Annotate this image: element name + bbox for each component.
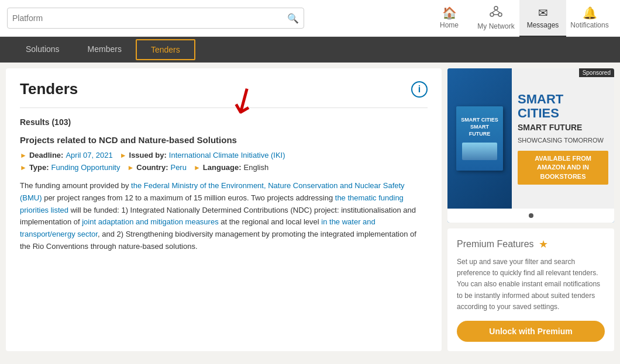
country-label: Country: [136,163,168,172]
page-title-row: Tenders i [20,80,428,108]
desc-text-1: The funding amount provided by [20,181,131,190]
network-icon [490,5,502,21]
nav-home[interactable]: 🏠 Home [426,0,473,37]
nav-network[interactable]: My Network [473,0,519,37]
unlock-premium-button[interactable]: Unlock with Premium [457,321,605,342]
svg-point-1 [490,13,494,16]
premium-description: Set up and save your filter and search p… [457,256,605,313]
ad-content: SMART CITIES SMART FUTURE SMART CITIES S… [447,68,614,209]
search-bar[interactable]: 🔍 [7,8,304,29]
desc-link-3[interactable]: joint adaptation and mitigation measures [82,217,218,226]
notifications-icon: 🔔 [583,6,597,20]
nav-tenders[interactable]: Tenders [136,39,195,60]
language-label: Language: [203,163,242,172]
ad-banner: Sponsored SMART CITIES SMART FUTURE SMAR… [447,68,614,223]
main-layout: ↙ Tenders i Results (103) Projects relat… [0,63,620,357]
svg-point-0 [494,6,498,10]
nav-messages[interactable]: ✉ Messages [519,0,566,37]
info-icon[interactable]: i [411,81,428,98]
deadline-value: April 07, 2021 [66,151,112,160]
ad-dots [447,209,614,223]
type-value[interactable]: Funding Opportunity [51,163,120,172]
country-arrow: ► [127,164,134,172]
book-cover-city-image [462,143,497,160]
book-cover-title: SMART CITIES SMART FUTURE [460,117,500,137]
type-label: Type: [29,163,49,172]
meta-deadline-row: ► Deadline: April 07, 2021 ► Issued by: … [20,151,428,160]
page-title: Tenders [20,80,78,98]
search-input[interactable] [12,13,287,23]
issued-label: Issued by: [129,151,167,160]
search-icon[interactable]: 🔍 [287,13,299,24]
project-description: The funding amount provided by the Feder… [20,180,428,253]
nav-notifications-label: Notifications [570,21,608,29]
language-arrow: ► [194,164,201,172]
nav-items: 🏠 Home My Network ✉ Messages 🔔 Not [426,0,613,37]
svg-line-4 [496,10,500,13]
nav-home-label: Home [440,21,459,29]
language-value: English [244,163,269,172]
ad-main-title: SMART CITIES [518,92,608,120]
ad-text-area: SMART CITIES SMART FUTURE SHOWCASING TOM… [512,68,614,209]
ad-sponsored-label: Sponsored [579,68,614,77]
right-sidebar: Sponsored SMART CITIES SMART FUTURE SMAR… [447,68,614,351]
ad-availability: AVAILABLE FROM AMAZON AND IN BOOKSTORES [518,151,608,185]
svg-point-2 [498,13,502,16]
star-icon: ★ [539,238,548,251]
meta-type-row: ► Type: Funding Opportunity ► Country: P… [20,163,428,172]
country-value: Peru [170,163,186,172]
secondary-navigation: Solutions Members Tenders [0,37,620,63]
top-navigation: 🔍 🏠 Home My Network ✉ Messages [0,0,620,37]
svg-line-3 [492,10,496,13]
deadline-label: Deadline: [29,151,64,160]
issued-arrow: ► [120,151,127,160]
issued-value[interactable]: International Climate Initiative (IKI) [169,151,285,160]
type-arrow: ► [20,164,27,172]
premium-box: Premium Features ★ Set up and save your … [447,228,614,351]
premium-title: Premium Features [457,239,534,249]
nav-members[interactable]: Members [74,37,136,63]
main-content: ↙ Tenders i Results (103) Projects relat… [6,68,442,351]
project-title: Projects related to NCD and Nature-based… [20,135,428,145]
ad-book-cover: SMART CITIES SMART FUTURE [447,68,512,209]
results-count: Results (103) [20,117,428,127]
nav-network-label: My Network [477,22,514,30]
dot-1[interactable] [529,213,533,218]
ad-tagline: SHOWCASING TOMORROW [518,137,608,144]
messages-icon: ✉ [538,6,548,20]
book-cover: SMART CITIES SMART FUTURE [456,106,503,171]
home-icon: 🏠 [442,6,457,20]
nav-messages-label: Messages [527,21,559,29]
deadline-arrow: ► [20,151,27,160]
nav-notifications[interactable]: 🔔 Notifications [566,0,613,37]
desc-text-4: at the regional and local level [219,217,322,226]
desc-text-2: per project ranges from 12 to a maximum … [42,193,335,202]
premium-header: Premium Features ★ [457,238,605,251]
nav-solutions[interactable]: Solutions [12,37,74,63]
ad-sub-title: SMART FUTURE [518,123,608,132]
